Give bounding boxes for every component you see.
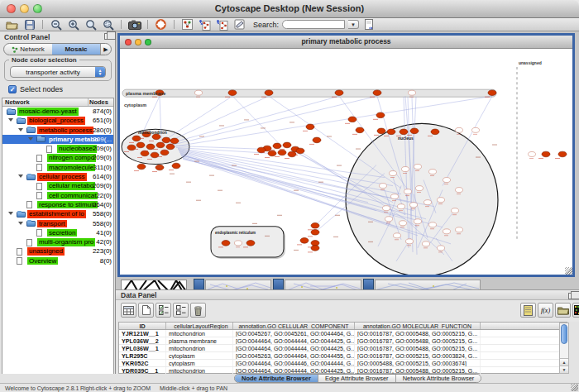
- close-icon[interactable]: [7, 4, 16, 13]
- background-window-titlebar[interactable]: [194, 279, 204, 289]
- table-cell[interactable]: mitochondrion: [166, 345, 233, 351]
- delete-attribute-icon[interactable]: [190, 303, 206, 318]
- scrollbar-thumb[interactable]: [561, 324, 567, 344]
- table-cell[interactable]: [GO:0044464, GO:0044446, GO:0044444, G..…: [233, 360, 355, 366]
- network-edge[interactable]: [232, 96, 282, 146]
- save-icon[interactable]: [22, 19, 36, 31]
- expand-arrow-icon[interactable]: [28, 137, 33, 141]
- network-node-selected[interactable]: [137, 164, 146, 170]
- network-node[interactable]: [423, 241, 430, 246]
- network-node[interactable]: [438, 198, 445, 203]
- network-node-selected[interactable]: [170, 138, 179, 144]
- network-node[interactable]: [402, 167, 409, 172]
- table-cell[interactable]: [GO:0044464, GO:0044444, GO:0044425, G..…: [233, 367, 355, 374]
- scroll-down-icon[interactable]: ▼: [560, 366, 568, 373]
- table-cell[interactable]: mitochondrion: [166, 367, 233, 374]
- network-node[interactable]: [456, 127, 463, 132]
- background-window-fragment[interactable]: [121, 280, 187, 289]
- network-tree-row[interactable]: transport558(0): [2, 219, 113, 228]
- table-cell[interactable]: YKR052C: [119, 360, 166, 366]
- network-node[interactable]: [410, 203, 418, 208]
- network-node[interactable]: [398, 204, 405, 209]
- network-node-selected[interactable]: [283, 142, 291, 148]
- unselect-attributes-icon[interactable]: [173, 303, 189, 318]
- col-id[interactable]: ID: [119, 323, 166, 329]
- network-node-selected[interactable]: [300, 238, 309, 244]
- network-edge[interactable]: [165, 96, 232, 140]
- tab-network-attribute-browser[interactable]: Network Attribute Browser: [396, 375, 481, 382]
- network-node[interactable]: [414, 165, 422, 170]
- table-cell[interactable]: mitochondrion: [166, 330, 233, 337]
- select-nodes-checkbox[interactable]: ✓: [8, 85, 17, 93]
- table-cell[interactable]: [GO:0005488, GO:0005215, GO:0003674]: [355, 360, 481, 366]
- network-node[interactable]: [414, 219, 422, 224]
- minimize-icon[interactable]: [20, 4, 29, 13]
- network-node[interactable]: [385, 217, 393, 222]
- network-tree-row[interactable]: Overview8(0): [2, 256, 113, 265]
- network-edge[interactable]: [171, 96, 377, 145]
- zoom-out-icon[interactable]: [49, 19, 63, 31]
- col-cellular-component[interactable]: annotation.GO CELLULAR_COMPONENT: [233, 323, 355, 329]
- network-edge[interactable]: [170, 96, 339, 143]
- network-tree-row[interactable]: biological_process651(0): [2, 116, 113, 125]
- table-cell[interactable]: [GO:0016787, GO:0005488, GO:0005215, G..…: [355, 330, 481, 337]
- network-tree-row[interactable]: mosaic-demo-yeast874(0): [2, 107, 113, 116]
- network-node[interactable]: [456, 227, 463, 232]
- network-edge[interactable]: [143, 96, 160, 131]
- select-attributes-icon[interactable]: [156, 303, 171, 318]
- zoom-window-icon[interactable]: [33, 4, 42, 13]
- table-row[interactable]: YPL036W__1mitochondrion[GO:0044464, GO:0…: [119, 345, 567, 352]
- network-node[interactable]: [472, 127, 480, 132]
- network-tree-row[interactable]: primary metabo209(...: [2, 135, 113, 144]
- network-node-selected[interactable]: [311, 241, 319, 246]
- network-node-selected[interactable]: [377, 128, 385, 134]
- network-node-selected[interactable]: [146, 144, 155, 150]
- network-tree-row[interactable]: unassigned223(0): [2, 246, 113, 256]
- close-icon[interactable]: [125, 39, 132, 45]
- network-node-selected[interactable]: [141, 151, 149, 156]
- network-node[interactable]: [438, 246, 445, 251]
- network-node[interactable]: [429, 222, 437, 227]
- tree-col-nodes[interactable]: Nodes: [89, 98, 113, 106]
- network-node[interactable]: [195, 90, 203, 95]
- network-node[interactable]: [406, 239, 414, 244]
- node-color-dropdown[interactable]: transporter activity ▲▼: [10, 66, 106, 78]
- expand-arrow-icon[interactable]: [8, 118, 13, 122]
- table-cell[interactable]: cytoplasm: [166, 352, 233, 359]
- network-node[interactable]: [400, 221, 407, 226]
- network-node[interactable]: [383, 206, 390, 211]
- background-window-titlebar[interactable]: [273, 279, 284, 289]
- network-node[interactable]: [404, 189, 412, 194]
- network-node[interactable]: [394, 233, 401, 238]
- network-tree-row[interactable]: multi-organism pro42(0): [2, 237, 113, 246]
- network-tree-row[interactable]: nucleobase-209(0): [2, 144, 113, 153]
- float-panel-icon[interactable]: [568, 293, 576, 299]
- network-node[interactable]: [390, 171, 397, 176]
- background-window-fragment[interactable]: [375, 280, 481, 289]
- table-cell[interactable]: plasma membrane: [166, 337, 233, 344]
- col-molecular-function[interactable]: annotation.GO MOLECULAR_FUNCTION: [355, 323, 481, 329]
- expand-arrow-icon[interactable]: [18, 222, 23, 225]
- window-resize-grip[interactable]: [565, 267, 572, 275]
- network-node-selected[interactable]: [410, 128, 419, 134]
- table-cell[interactable]: [GO:0016787, GO:0005488, GO:0005215, G..…: [355, 345, 481, 351]
- table-cell[interactable]: cytoplasm: [166, 360, 233, 366]
- zoom-in-icon[interactable]: [66, 19, 80, 31]
- col-region[interactable]: _cellularLayoutRegion: [166, 323, 233, 329]
- network-node-selected[interactable]: [257, 147, 266, 153]
- network-node-selected[interactable]: [273, 143, 281, 149]
- expand-arrow-icon[interactable]: [18, 174, 23, 178]
- network-tree-row[interactable]: cellular metabo209(0): [2, 181, 113, 190]
- network-edge[interactable]: [168, 96, 269, 141]
- zoom-window-icon[interactable]: [145, 39, 151, 45]
- snapshot-icon[interactable]: [127, 19, 141, 31]
- network-node-selected[interactable]: [373, 90, 381, 96]
- table-cell[interactable]: YDR039C__1: [119, 367, 166, 374]
- expand-arrow-icon[interactable]: [18, 128, 23, 131]
- network-node-selected[interactable]: [222, 241, 230, 246]
- table-row[interactable]: YLR295Ccytoplasm[GO:0045263, GO:0044464,…: [119, 352, 567, 360]
- network-node-selected[interactable]: [265, 90, 273, 96]
- network-node-selected[interactable]: [162, 137, 170, 143]
- expand-arrow-icon[interactable]: [8, 212, 13, 215]
- new-attribute-icon[interactable]: [138, 303, 154, 318]
